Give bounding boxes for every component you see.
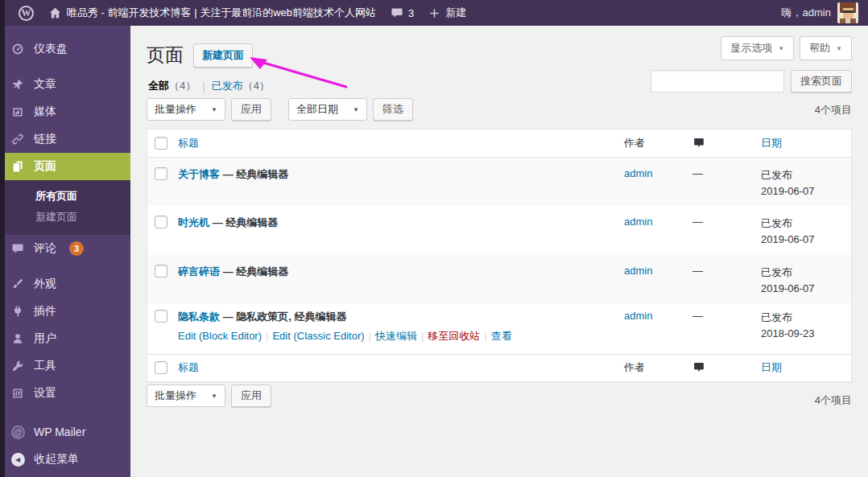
post-state: — 隐私政策页, 经典编辑器 (223, 310, 347, 323)
sidebar-item-label: 设置 (34, 386, 56, 401)
new-content-menu[interactable]: 新建 (421, 0, 473, 26)
page-title-link[interactable]: 碎言碎语 (178, 265, 220, 278)
column-footer-date[interactable]: 日期 (761, 360, 851, 375)
row-date: 2018-09-23 (761, 326, 851, 342)
view-published-link[interactable]: 已发布 (212, 79, 243, 93)
row-checkbox[interactable] (155, 265, 167, 278)
view-published-count: （4） (243, 79, 270, 93)
row-checkbox-cell (147, 167, 176, 199)
filter-button[interactable]: 筛选 (373, 98, 413, 121)
quick-edit-link[interactable]: 快速编辑 (375, 330, 417, 342)
author-link[interactable]: admin (624, 310, 652, 322)
pages-table: 标题 作者 日期 关于博客 — 经典编辑器 admin — 已发布 2019-0… (147, 129, 852, 382)
row-status: 已发布 (761, 310, 851, 326)
page-title-link[interactable]: 隐私条款 (178, 310, 220, 323)
page-title-link[interactable]: 关于博客 (178, 168, 220, 180)
select-all-checkbox[interactable] (155, 361, 167, 374)
sidebar-item-wp-mailer[interactable]: @ WP Mailer (0, 418, 130, 446)
apply-button-bottom[interactable]: 应用 (231, 384, 271, 407)
search-pages-button[interactable]: 搜索页面 (791, 70, 852, 93)
comments-dash: — (692, 167, 703, 179)
column-header-comments[interactable] (692, 137, 761, 150)
help-button[interactable]: 帮助 (800, 36, 852, 60)
post-state: — 经典编辑器 (223, 168, 289, 180)
views-separator: | (202, 80, 205, 93)
sidebar-item-users[interactable]: 用户 (0, 325, 130, 352)
footer-checkbox-cell (147, 361, 176, 374)
page-row: 关于博客 — 经典编辑器 admin — 已发布 2019-06-07 (147, 158, 851, 206)
toolbar-bottom: 批量操作 应用 (147, 384, 271, 407)
view-link[interactable]: 查看 (491, 330, 512, 342)
user-avatar[interactable] (837, 2, 858, 23)
submenu-all-pages[interactable]: 所有页面 (0, 186, 130, 207)
sidebar-item-settings[interactable]: 设置 (0, 380, 130, 407)
wp-logo-menu[interactable]: W (11, 0, 41, 26)
search-box: 搜索页面 (651, 70, 852, 93)
sidebar-item-dashboard[interactable]: 仪表盘 (0, 35, 130, 63)
menu-separator (0, 407, 130, 418)
bulk-action-value: 批量操作 (155, 102, 196, 117)
apply-button[interactable]: 应用 (231, 98, 271, 121)
select-all-checkbox[interactable] (155, 137, 167, 150)
column-footer-author: 作者 (624, 360, 692, 375)
edit-block-editor-link[interactable]: Edit (Block Editor) (178, 330, 262, 342)
collapse-menu-button[interactable]: ◀ 收起菜单 (0, 446, 130, 473)
sidebar-item-appearance[interactable]: 外观 (0, 270, 130, 298)
sidebar-item-label: 文章 (34, 77, 56, 92)
sidebar-item-comments[interactable]: 评论 3 (0, 235, 130, 262)
sidebar-item-label: 插件 (34, 304, 56, 319)
row-checkbox-cell (147, 216, 176, 248)
comments-shortcut[interactable]: 3 (383, 0, 421, 26)
bulk-action-select-bottom[interactable]: 批量操作 (147, 384, 225, 407)
bulk-action-select[interactable]: 批量操作 (147, 98, 225, 121)
screen-options-button[interactable]: 显示选项 (721, 36, 794, 60)
comment-bubble-icon (692, 361, 705, 374)
column-header-title[interactable]: 标题 (176, 136, 624, 150)
row-checkbox[interactable] (155, 216, 167, 228)
site-title: 唯品秀 - 前端开发技术博客 | 关注于最前沿的web前端技术个人网站 (67, 6, 376, 20)
row-checkbox[interactable] (155, 310, 167, 323)
user-greeting[interactable]: 嗨，admin (782, 6, 831, 20)
sidebar-item-posts[interactable]: 文章 (0, 71, 130, 98)
sidebar-item-tools[interactable]: 工具 (0, 352, 130, 380)
bulk-action-value: 批量操作 (155, 389, 196, 403)
page-title-link[interactable]: 时光机 (178, 216, 209, 228)
wordpress-pages-admin: { "admin_bar": { "site_title": "唯品秀 - 前端… (0, 0, 868, 477)
row-actions: Edit (Block Editor)|Edit (Classic Editor… (178, 329, 624, 343)
author-link[interactable]: admin (624, 216, 652, 228)
column-footer-title[interactable]: 标题 (176, 360, 624, 375)
sidebar-item-links[interactable]: 链接 (0, 125, 130, 153)
views-filter: 全部 （4） | 已发布 （4） (148, 79, 270, 93)
date-filter-select[interactable]: 全部日期 (288, 98, 367, 121)
row-checkbox[interactable] (155, 167, 167, 180)
sidebar-item-media[interactable]: 媒体 (0, 98, 130, 125)
column-footer-comments[interactable] (692, 361, 761, 374)
dashboard-icon (10, 41, 26, 57)
column-header-date[interactable]: 日期 (761, 136, 851, 150)
author-link[interactable]: admin (624, 167, 652, 179)
sidebar-item-pages[interactable]: 页面 (0, 153, 130, 180)
view-all-link[interactable]: 全部 (148, 79, 169, 93)
at-icon: @ (10, 424, 26, 440)
site-link[interactable]: 唯品秀 - 前端开发技术博客 | 关注于最前沿的web前端技术个人网站 (41, 0, 383, 26)
pages-icon (10, 158, 26, 175)
row-date: 2019-06-07 (761, 281, 851, 297)
submenu-add-new-page[interactable]: 新建页面 (0, 207, 130, 228)
sidebar-item-label: 评论 (34, 241, 56, 256)
sidebar-item-label: WP Mailer (34, 426, 85, 438)
window-edge (0, 0, 5, 477)
screen-meta: 显示选项 帮助 (721, 36, 852, 60)
user-icon (10, 331, 26, 347)
move-to-trash-link[interactable]: 移至回收站 (428, 330, 480, 342)
view-all-count: （4） (169, 79, 196, 93)
comment-bubble-icon (391, 6, 403, 19)
author-link[interactable]: admin (624, 265, 652, 277)
sliders-icon (10, 385, 26, 401)
sidebar-item-plugins[interactable]: 插件 (0, 298, 130, 325)
comments-dash: — (692, 310, 703, 322)
edit-classic-editor-link[interactable]: Edit (Classic Editor) (272, 330, 364, 342)
search-input[interactable] (651, 70, 784, 93)
home-icon (48, 6, 62, 20)
add-new-page-button[interactable]: 新建页面 (193, 43, 253, 68)
header-checkbox-cell (147, 137, 176, 150)
